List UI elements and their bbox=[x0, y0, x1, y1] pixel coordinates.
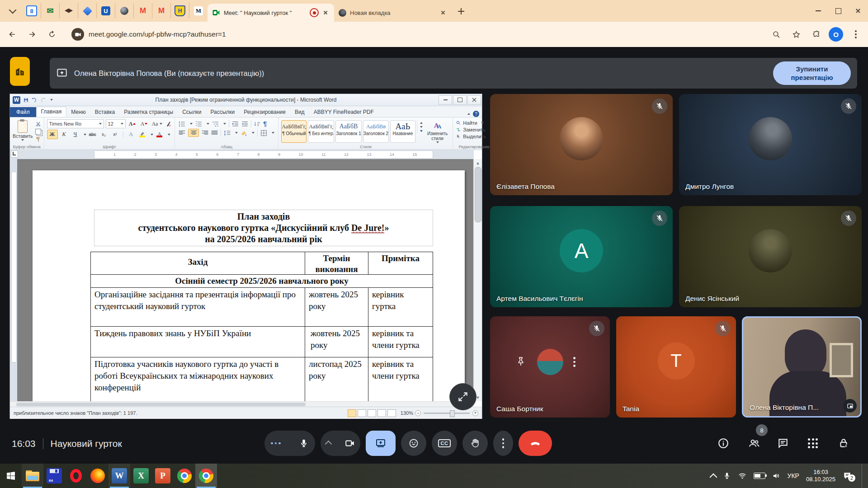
scroll-up-icon[interactable]: ▲ bbox=[474, 159, 482, 167]
borders-icon[interactable] bbox=[260, 130, 267, 136]
taskbar-clock[interactable]: 16:0308.10.2025 bbox=[806, 469, 835, 483]
pinned-tab-gem[interactable] bbox=[78, 3, 97, 19]
tab-references[interactable]: Ссылки bbox=[178, 108, 206, 117]
raise-hand-button[interactable] bbox=[462, 431, 488, 456]
taskbar-chrome-1[interactable] bbox=[174, 464, 195, 488]
char-count-label[interactable]: приблизительное число знаков "План заход… bbox=[14, 410, 137, 416]
strikethrough-button[interactable]: abc bbox=[88, 130, 98, 139]
pinned-tab-marketplace[interactable]: M bbox=[189, 3, 208, 19]
pinned-tab-globe[interactable] bbox=[115, 3, 134, 19]
justify-icon[interactable] bbox=[211, 130, 218, 136]
tray-expand-icon[interactable] bbox=[709, 473, 717, 481]
sort-icon[interactable] bbox=[254, 121, 260, 127]
taskbar-opera[interactable] bbox=[65, 464, 87, 488]
cut-icon[interactable] bbox=[35, 121, 41, 127]
plan-table[interactable]: Захід Термін виконання Примітка Осінній … bbox=[90, 252, 433, 401]
view-web-icon[interactable] bbox=[368, 409, 376, 417]
view-fullscreen-icon[interactable] bbox=[358, 409, 366, 417]
pinned-tab-gmail-1[interactable]: M bbox=[134, 3, 152, 19]
tab-menu[interactable]: Меню bbox=[66, 108, 90, 117]
tab-review[interactable]: Рецензирование bbox=[239, 108, 290, 117]
participant-tile[interactable]: Дмитро Лунгов bbox=[679, 94, 862, 195]
browser-menu-button[interactable] bbox=[848, 27, 863, 42]
show-desktop-strip[interactable] bbox=[862, 464, 864, 488]
wifi-icon[interactable] bbox=[738, 472, 747, 480]
pinned-tab-education[interactable] bbox=[60, 3, 78, 19]
zoom-slider-thumb[interactable] bbox=[450, 410, 455, 417]
select-button[interactable]: Выделить bbox=[456, 134, 492, 139]
mic-options-icon[interactable] bbox=[271, 442, 281, 445]
tab-abbyy[interactable]: ABBYY FineReader PDF bbox=[309, 108, 378, 117]
camera-options-icon[interactable] bbox=[325, 441, 332, 448]
participant-tile[interactable]: Єлізавета Попова bbox=[490, 94, 673, 195]
tab-insert[interactable]: Вставка bbox=[90, 108, 120, 117]
pip-button[interactable] bbox=[843, 399, 857, 413]
styles-down-icon[interactable] bbox=[420, 126, 423, 128]
taskbar-chrome-2[interactable] bbox=[195, 464, 217, 488]
back-button[interactable] bbox=[5, 27, 20, 42]
collapse-ribbon-icon[interactable] bbox=[467, 113, 470, 115]
document-title[interactable]: План заходів студентського наукового гур… bbox=[94, 210, 433, 246]
host-controls-button[interactable] bbox=[835, 434, 853, 452]
word-maximize-button[interactable] bbox=[453, 95, 467, 105]
more-options-button[interactable] bbox=[493, 431, 513, 456]
word-minimize-button[interactable] bbox=[439, 95, 452, 105]
tab-new[interactable]: Новая вкладка bbox=[334, 4, 452, 22]
word-window[interactable]: W План заходів [Режим ограниченной функц… bbox=[10, 94, 482, 418]
underline-dropdown-icon[interactable] bbox=[84, 134, 86, 136]
taskbar-powerpoint[interactable]: P bbox=[152, 464, 174, 488]
captions-button[interactable]: CC bbox=[432, 431, 457, 456]
tab-view[interactable]: Вид bbox=[290, 108, 309, 117]
end-call-button[interactable] bbox=[519, 431, 552, 456]
chat-panel-button[interactable] bbox=[774, 434, 792, 452]
view-print-layout-icon[interactable] bbox=[348, 409, 356, 417]
line-spacing-icon[interactable] bbox=[224, 130, 231, 136]
shading-icon[interactable] bbox=[241, 130, 247, 136]
font-color-button[interactable]: А bbox=[155, 130, 165, 139]
font-size-select[interactable]: 12 bbox=[106, 119, 126, 128]
tab-new-close-icon[interactable] bbox=[439, 9, 447, 17]
extension-overlay-button[interactable] bbox=[10, 57, 30, 86]
superscript-button[interactable]: x² bbox=[110, 130, 120, 139]
tab-meet[interactable]: Meet: " Науковий гурток " bbox=[208, 4, 334, 22]
activities-button[interactable] bbox=[804, 434, 822, 452]
increase-indent-icon[interactable] bbox=[241, 121, 248, 127]
address-bar[interactable]: meet.google.com/upf-pbfw-mcp?authuser=1 bbox=[66, 25, 758, 43]
minimize-button[interactable] bbox=[808, 3, 828, 19]
view-draft-icon[interactable] bbox=[387, 409, 396, 417]
paste-button[interactable]: Вставить bbox=[13, 119, 33, 142]
taskbar-excel[interactable]: X bbox=[130, 464, 152, 488]
clear-format-icon[interactable] bbox=[165, 121, 172, 127]
style-title[interactable]: АаЬНазвание bbox=[390, 120, 415, 143]
horizontal-scroll-thumb[interactable] bbox=[16, 403, 306, 406]
camera-control[interactable] bbox=[321, 431, 360, 456]
show-marks-button[interactable]: ¶ bbox=[263, 120, 267, 127]
shrink-font-button[interactable]: А bbox=[139, 120, 149, 128]
mic-control[interactable] bbox=[264, 431, 315, 456]
taskbar-explorer[interactable] bbox=[22, 464, 43, 488]
style-normal[interactable]: АаБбВвГг,¶ Обычный bbox=[281, 120, 307, 143]
tab-search-button[interactable] bbox=[4, 2, 22, 20]
tray-mic-icon[interactable] bbox=[723, 472, 731, 480]
pin-icon[interactable] bbox=[515, 356, 526, 367]
notification-button[interactable]: 2 bbox=[842, 471, 852, 480]
pinned-tab-calendar[interactable]: 8 bbox=[23, 3, 41, 19]
present-button[interactable] bbox=[366, 431, 396, 456]
horizontal-ruler[interactable]: 1 2 3 4 5 6 7 8 9 10 11 12 13 14 15 bbox=[10, 149, 474, 160]
bullets-icon[interactable] bbox=[179, 121, 185, 127]
style-heading1[interactable]: АаБбВЗаголовок 1 bbox=[335, 120, 361, 143]
camera-permission-icon[interactable] bbox=[71, 28, 84, 41]
align-right-icon[interactable] bbox=[202, 130, 208, 136]
align-left-icon[interactable] bbox=[179, 130, 185, 136]
tab-file[interactable]: Файл bbox=[10, 107, 36, 117]
taskbar-word[interactable]: W bbox=[108, 464, 130, 488]
change-case-button[interactable]: Аа bbox=[151, 120, 164, 128]
extensions-button[interactable] bbox=[808, 27, 824, 42]
styles-up-icon[interactable] bbox=[420, 122, 423, 124]
subscript-button[interactable]: x₂ bbox=[99, 130, 109, 139]
multilevel-list-icon[interactable] bbox=[212, 121, 219, 127]
pinned-tab-mail[interactable]: ✉ bbox=[41, 3, 60, 19]
tab-home[interactable]: Главная bbox=[36, 107, 67, 117]
font-name-select[interactable]: Times New Ro bbox=[47, 119, 104, 128]
zoom-out-icon[interactable]: – bbox=[415, 410, 421, 416]
